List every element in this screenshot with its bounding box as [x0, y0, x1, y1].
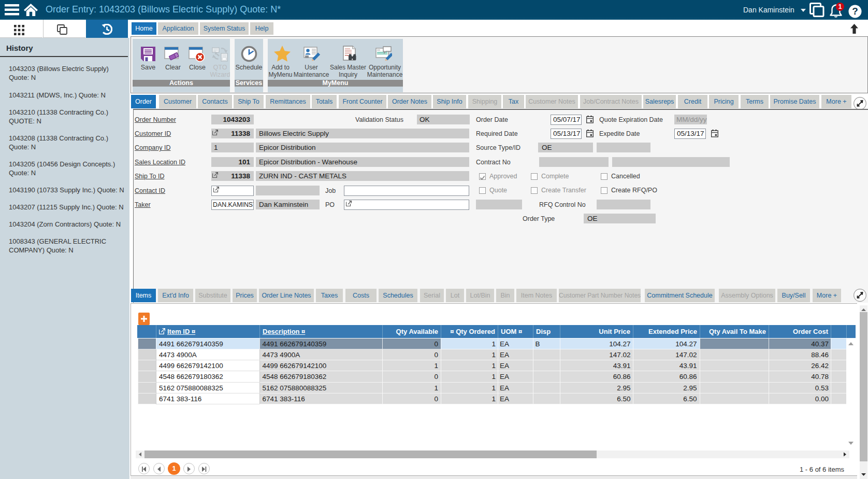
svg-text:?: ?	[852, 6, 858, 17]
svg-text:1: 1	[838, 3, 842, 10]
